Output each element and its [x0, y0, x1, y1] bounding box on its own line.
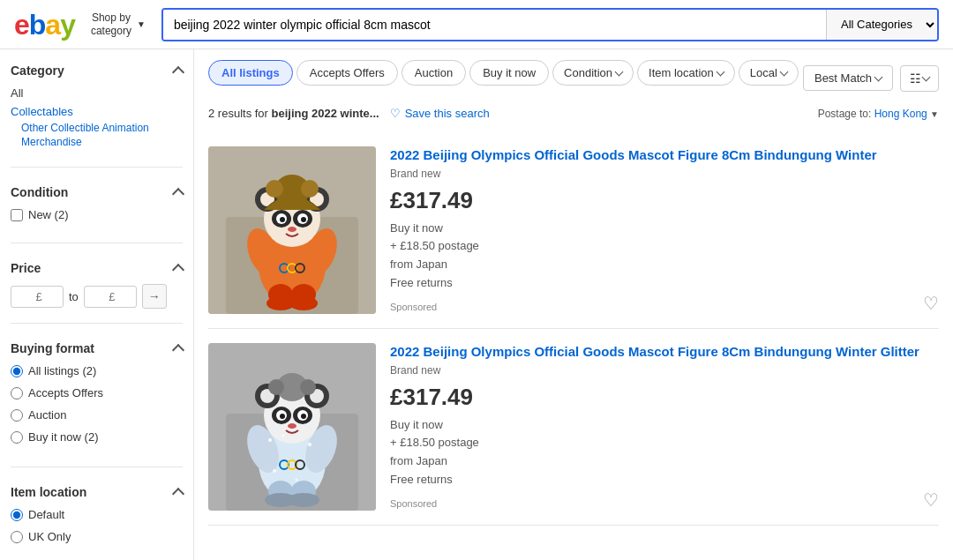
shop-by-label: Shop bycategory [91, 11, 131, 37]
buying-all-label[interactable]: All listings (2) [28, 364, 96, 377]
buying-buy-it-now-radio[interactable] [11, 431, 23, 444]
location-default-item: Default [11, 508, 183, 521]
price-section-header[interactable]: Price [11, 261, 183, 275]
list-view-icon: ☷ [910, 71, 921, 86]
view-chevron-icon [922, 72, 931, 81]
buy-label-1: Buy it now [390, 220, 939, 238]
results-count: 2 results for beijing 2022 winte... [208, 107, 379, 120]
svg-point-26 [301, 180, 319, 198]
price-title: Price [11, 261, 41, 275]
best-match-chevron-icon [874, 72, 883, 81]
list-view-btn[interactable]: ☷ [900, 65, 939, 92]
listing-title-2[interactable]: 2022 Beijing Olympics Official Goods Mas… [390, 343, 939, 361]
price-range: to → [11, 284, 183, 309]
auction-filter-btn[interactable]: Auction [401, 60, 466, 86]
location-uk-only-label[interactable]: UK Only [28, 530, 71, 543]
location-default-label[interactable]: Default [28, 508, 64, 521]
save-search-btn[interactable]: ♡ Save this search [390, 107, 490, 120]
buying-accepts-offers-item: Accepts Offers [11, 386, 183, 399]
condition-filter-btn[interactable]: Condition [552, 60, 634, 86]
search-bar: All Categories [161, 8, 939, 41]
svg-point-14 [288, 227, 296, 232]
results-meta: 2 results for beijing 2022 winte... ♡ Sa… [208, 107, 939, 120]
wishlist-icon-2[interactable]: ♡ [923, 489, 939, 511]
condition-section-header[interactable]: Condition [11, 185, 183, 199]
buying-buy-it-now-label[interactable]: Buy it now (2) [28, 430, 98, 444]
buying-accepts-offers-label[interactable]: Accepts Offers [28, 386, 103, 399]
postage-location-link[interactable]: Hong Kong [874, 108, 927, 120]
shop-by-chevron-icon: ▼ [137, 19, 146, 29]
buying-format-section: Buying format All listings (2) Accepts O… [11, 341, 183, 467]
condition-section: Condition New (2) [11, 185, 183, 243]
local-filter-btn[interactable]: Local [739, 60, 799, 86]
price-chevron-up-icon [172, 264, 184, 276]
filter-bar: All listings Accepts Offers Auction Buy … [208, 60, 799, 86]
buying-accepts-offers-radio[interactable] [11, 387, 23, 399]
buying-all-listings-item: All listings (2) [11, 364, 183, 377]
returns-1: Free returns [390, 274, 939, 293]
condition-new-checkbox[interactable] [11, 209, 23, 221]
category-animation-link[interactable]: Other Collectible AnimationMerchandise [21, 122, 183, 149]
listing-title-1[interactable]: 2022 Beijing Olympics Official Goods Mas… [390, 146, 939, 164]
buy-label-2: Buy it now [390, 416, 939, 435]
condition-chevron-icon [615, 67, 624, 76]
listing-shipping-1: Buy it now + £18.50 postage from Japan F… [390, 220, 939, 293]
item-location-label: Item location [649, 66, 714, 79]
svg-point-23 [289, 296, 318, 310]
buying-format-header[interactable]: Buying format [11, 341, 183, 355]
condition-new-label[interactable]: New (2) [28, 208, 69, 221]
listing-price-2: £317.49 [390, 384, 939, 411]
location-uk-only-radio[interactable] [11, 531, 23, 543]
main-container: Category All Collectables Other Collecti… [0, 49, 953, 560]
origin-2: from Japan [390, 452, 939, 471]
svg-point-41 [288, 423, 296, 429]
item-location-section: Item location Default UK Only [11, 485, 183, 560]
listing-image-svg-1 [208, 146, 376, 314]
condition-new-item: New (2) [11, 208, 183, 221]
condition-title: Condition [11, 185, 68, 199]
svg-point-25 [266, 180, 283, 198]
sidebar: Category All Collectables Other Collecti… [0, 49, 194, 560]
ebay-logo[interactable]: ebay [14, 11, 75, 39]
svg-point-53 [308, 443, 311, 446]
logo-a: a [45, 9, 60, 41]
svg-point-58 [300, 379, 316, 395]
condition-chevron-up-icon [172, 188, 184, 200]
listing-image-2[interactable] [208, 343, 376, 511]
price-max-input[interactable] [84, 286, 137, 308]
listing-image-1[interactable] [208, 146, 376, 314]
svg-point-55 [273, 469, 276, 473]
item-location-filter-btn[interactable]: Item location [637, 60, 735, 86]
buy-it-now-filter-btn[interactable]: Buy it now [469, 60, 549, 86]
count-prefix: 2 results for [208, 107, 272, 120]
price-submit-btn[interactable]: → [142, 284, 167, 309]
search-input[interactable] [163, 10, 826, 40]
category-collectables-link[interactable]: Collectables [11, 105, 183, 118]
wishlist-icon-1[interactable]: ♡ [923, 293, 939, 314]
accepts-offers-filter-btn[interactable]: Accepts Offers [296, 60, 398, 86]
location-uk-only-item: UK Only [11, 530, 183, 543]
results-area: All listings Accepts Offers Auction Buy … [194, 49, 953, 560]
sponsored-label-1: Sponsored [390, 302, 939, 312]
price-section: Price to → [11, 261, 183, 324]
save-search-label: Save this search [405, 107, 490, 120]
category-select[interactable]: All Categories [826, 10, 937, 40]
buying-auction-item: Auction [11, 408, 183, 422]
buying-auction-label[interactable]: Auction [28, 408, 66, 422]
logo-e: e [14, 9, 29, 41]
item-location-header[interactable]: Item location [11, 485, 183, 499]
sort-area: Best Match ☷ [803, 65, 939, 92]
category-section-header[interactable]: Category [11, 63, 183, 78]
postage-to-label: Postage to: [818, 108, 872, 120]
price-min-input[interactable] [11, 286, 64, 308]
all-listings-filter-btn[interactable]: All listings [208, 60, 293, 86]
origin-1: from Japan [390, 256, 939, 274]
best-match-sort-btn[interactable]: Best Match [803, 65, 893, 91]
sponsored-label-2: Sponsored [390, 498, 939, 509]
returns-2: Free returns [390, 471, 939, 489]
svg-point-54 [296, 479, 298, 482]
shop-by-category-btn[interactable]: Shop bycategory ▼ [86, 8, 151, 41]
buying-auction-radio[interactable] [11, 409, 23, 422]
buying-all-radio[interactable] [11, 365, 23, 377]
location-default-radio[interactable] [11, 509, 23, 521]
